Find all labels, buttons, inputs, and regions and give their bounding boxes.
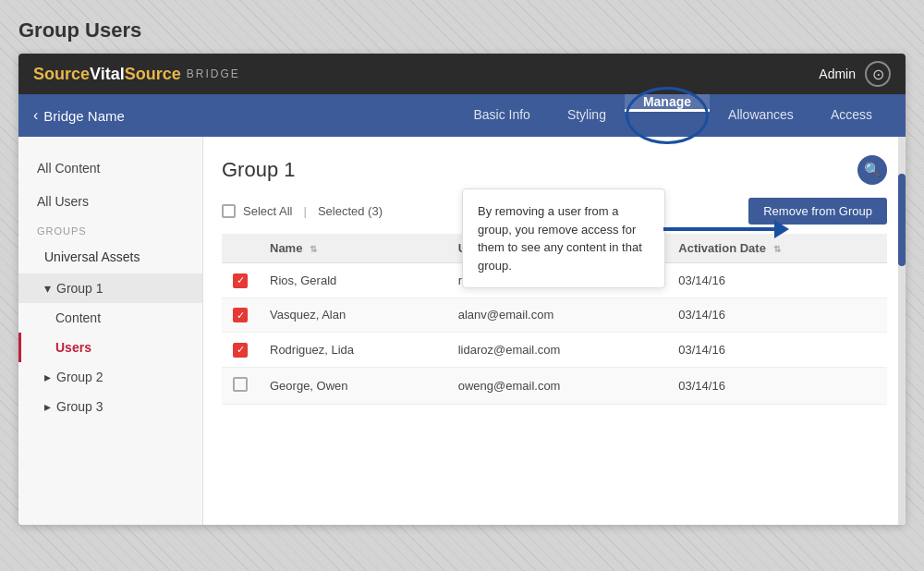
row-checkbox[interactable] — [233, 377, 248, 392]
brand-logo: SourceVitalVitalSource BRIDGE — [33, 65, 240, 84]
table-row: ✓ Rodriguez, Lida lidaroz@email.com 03/1… — [222, 333, 887, 368]
row-name: Vasquez, Alan — [259, 298, 447, 333]
tab-access[interactable]: Access — [812, 94, 891, 137]
sidebar-item-content[interactable]: Content — [18, 303, 202, 333]
row-activation-date: 03/14/16 — [667, 333, 887, 368]
sidebar-item-universal-assets[interactable]: Universal Assets — [18, 240, 202, 273]
sidebar-item-group2[interactable]: ▸ Group 2 — [18, 362, 202, 392]
scrollbar[interactable] — [898, 137, 906, 525]
main-content: All Content All Users GROUPS Universal A… — [18, 137, 906, 525]
select-all-label: Select All — [243, 204, 292, 218]
row-username: oweng@email.com — [447, 367, 668, 404]
sort-icon-date: ⇅ — [773, 244, 781, 254]
brand-bridge: BRIDGE — [187, 67, 240, 80]
user-avatar-icon[interactable]: ⊙ — [865, 61, 891, 87]
sidebar-groups-label: GROUPS — [18, 218, 202, 240]
row-checkbox-cell[interactable]: ✓ — [222, 298, 259, 333]
tab-basic-info[interactable]: Basic Info — [455, 94, 548, 137]
sidebar-item-group1-label: Group 1 — [56, 281, 103, 296]
tab-manage[interactable]: Manage — [625, 94, 710, 112]
tab-allowances[interactable]: Allowances — [710, 94, 812, 137]
admin-label: Admin — [819, 67, 856, 81]
top-navbar: SourceVitalVitalSource BRIDGE Admin ⊙ — [18, 54, 906, 94]
chevron-right-icon-2: ▸ — [44, 399, 51, 414]
sidebar-item-group3-label: Group 3 — [56, 399, 103, 414]
sidebar-item-group2-label: Group 2 — [56, 370, 103, 384]
row-username: lidaroz@email.com — [447, 333, 668, 368]
sidebar-item-group1[interactable]: ▾ Group 1 — [18, 273, 202, 303]
row-username: alanv@email.com — [447, 298, 668, 333]
row-activation-date: 03/14/16 — [667, 263, 887, 298]
app-window: SourceVitalVitalSource BRIDGE Admin ⊙ ‹ … — [18, 54, 906, 525]
row-checkbox[interactable]: ✓ — [233, 308, 248, 322]
brand-vital: SourceVitalVitalSource — [33, 65, 181, 84]
bridge-name-label: Bridge Name — [43, 108, 125, 124]
sidebar-item-users[interactable]: Users — [18, 333, 202, 362]
tab-manage-wrapper: Manage — [625, 94, 710, 137]
content-header: Group 1 🔍 — [222, 155, 887, 185]
sidebar: All Content All Users GROUPS Universal A… — [18, 137, 203, 525]
col-checkbox — [222, 234, 259, 263]
arrow-line — [663, 227, 774, 231]
tooltip-popup: By removing a user from a group, you rem… — [462, 188, 665, 288]
table-row: ✓ Vasquez, Alan alanv@email.com 03/14/16 — [222, 298, 887, 333]
group-title: Group 1 — [222, 158, 296, 182]
row-activation-date: 03/14/16 — [667, 298, 887, 333]
sidebar-item-all-content[interactable]: All Content — [18, 152, 202, 185]
row-checkbox-cell[interactable] — [222, 367, 259, 404]
back-arrow-icon: ‹ — [33, 107, 38, 124]
selected-label: Selected (3) — [318, 204, 383, 218]
sub-nav-tabs: Basic Info Styling Manage Allowances Acc… — [455, 94, 891, 137]
row-checkbox-cell[interactable]: ✓ — [222, 263, 259, 298]
row-name: Rios, Gerald — [259, 263, 447, 298]
arrow-head — [774, 220, 789, 238]
scroll-thumb[interactable] — [898, 174, 906, 266]
search-button[interactable]: 🔍 — [857, 155, 887, 185]
table-row: George, Owen oweng@email.com 03/14/16 — [222, 367, 887, 404]
separator: | — [303, 204, 306, 218]
sort-icon-name: ⇅ — [310, 244, 317, 254]
brand-vital-highlight: Source — [33, 65, 90, 83]
chevron-down-icon: ▾ — [44, 281, 51, 296]
select-all-checkbox[interactable] — [222, 204, 236, 218]
content-area: Group 1 🔍 By removing a user from a grou… — [203, 137, 906, 525]
row-checkbox[interactable]: ✓ — [233, 343, 248, 358]
tooltip-text: By removing a user from a group, you rem… — [478, 204, 642, 273]
row-checkbox-cell[interactable]: ✓ — [222, 333, 259, 368]
sub-navbar: ‹ Bridge Name Basic Info Styling Manage … — [18, 94, 906, 137]
page-title: Group Users — [18, 18, 906, 43]
sidebar-item-group3[interactable]: ▸ Group 3 — [18, 392, 202, 421]
select-row: Select All | Selected (3) — [222, 204, 383, 218]
sidebar-item-all-users[interactable]: All Users — [18, 185, 202, 218]
chevron-right-icon: ▸ — [44, 370, 51, 384]
row-activation-date: 03/14/16 — [667, 367, 887, 404]
col-name[interactable]: Name ⇅ — [259, 234, 447, 263]
row-checkbox[interactable]: ✓ — [233, 273, 248, 288]
tab-styling[interactable]: Styling — [549, 94, 625, 137]
tooltip-arrow — [663, 220, 789, 238]
back-link[interactable]: ‹ Bridge Name — [33, 107, 125, 124]
row-name: George, Owen — [259, 367, 447, 404]
top-nav-right: Admin ⊙ — [819, 61, 891, 87]
row-name: Rodriguez, Lida — [259, 333, 447, 368]
